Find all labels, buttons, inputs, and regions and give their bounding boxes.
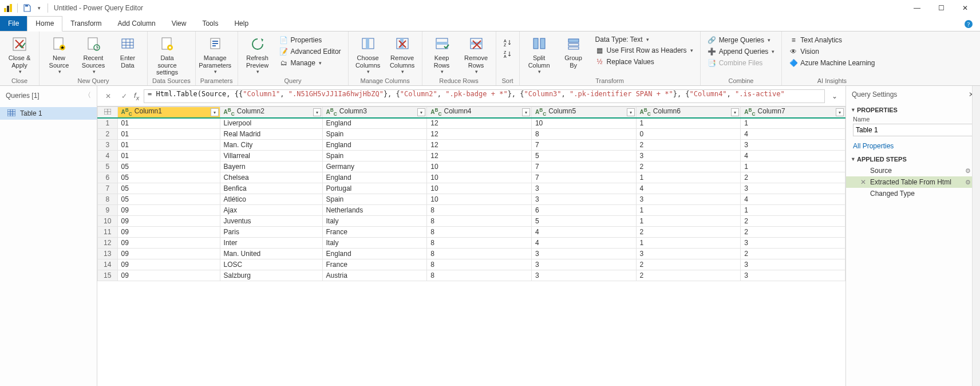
cell[interactable]: France — [322, 259, 427, 270]
cell[interactable]: Netherlands — [322, 205, 427, 216]
table-row[interactable]: 1309Man. UnitedEngland8332 — [98, 249, 845, 259]
cell[interactable]: 8 — [427, 249, 532, 259]
data-source-settings-button[interactable]: Data source settings — [152, 34, 182, 76]
corner-cell[interactable] — [98, 107, 118, 118]
formula-input[interactable]: = Html.Table(Source, {{"Column1", ".N51G… — [144, 89, 825, 103]
cell[interactable]: 2 — [636, 227, 741, 238]
cell[interactable]: 7 — [531, 140, 636, 151]
cell[interactable]: 3 — [741, 140, 845, 151]
cell[interactable]: 12 — [427, 151, 532, 162]
close-button[interactable]: ✕ — [954, 2, 977, 14]
cell[interactable]: 3 — [531, 194, 636, 205]
cell[interactable]: 1 — [636, 216, 741, 227]
cell[interactable]: Atlético — [220, 194, 322, 205]
cell[interactable]: Portugal — [322, 183, 427, 194]
cell[interactable]: 10 — [427, 172, 532, 183]
cell[interactable]: Villarreal — [220, 151, 322, 162]
text-analytics-button[interactable]: ≡Text Analytics — [787, 35, 877, 45]
close-apply-button[interactable]: Close & Apply — [5, 34, 34, 75]
row-number[interactable]: 5 — [98, 162, 118, 172]
cell[interactable]: 1 — [741, 162, 845, 172]
advanced-editor-button[interactable]: 📝Advanced Editor — [277, 46, 343, 57]
cell[interactable]: Spain — [322, 151, 427, 162]
cell[interactable]: Bayern — [220, 162, 322, 172]
cell[interactable]: 1 — [636, 172, 741, 183]
row-number[interactable]: 6 — [98, 172, 118, 183]
cell[interactable]: 3 — [531, 249, 636, 259]
table-row[interactable]: 505BayernGermany10721 — [98, 162, 845, 172]
cell[interactable]: 8 — [531, 129, 636, 140]
cell[interactable]: Germany — [322, 162, 427, 172]
row-number[interactable]: 13 — [98, 249, 118, 259]
cell[interactable]: 8 — [427, 216, 532, 227]
cell[interactable]: 09 — [117, 270, 220, 281]
row-number[interactable]: 7 — [98, 183, 118, 194]
table-row[interactable]: 705BenficaPortugal10343 — [98, 183, 845, 194]
cell[interactable]: Chelsea — [220, 172, 322, 183]
column-header[interactable]: ABCColumn3▾ — [322, 107, 427, 118]
cell[interactable]: Juventus — [220, 216, 322, 227]
cell[interactable]: Inter — [220, 238, 322, 249]
cell[interactable]: 3 — [531, 259, 636, 270]
cell[interactable]: 4 — [531, 227, 636, 238]
cell[interactable]: 8 — [427, 259, 532, 270]
applied-step[interactable]: ✕Extracted Table From Html⚙ — [846, 176, 980, 188]
table-row[interactable]: 1109ParisFrance8422 — [98, 227, 845, 238]
cell[interactable]: 4 — [741, 151, 845, 162]
column-header[interactable]: ABCColumn2▾ — [220, 107, 322, 118]
cell[interactable]: 2 — [636, 140, 741, 151]
cell[interactable]: 3 — [636, 249, 741, 259]
table-row[interactable]: 301Man. CityEngland12723 — [98, 140, 845, 151]
all-properties-link[interactable]: All Properties — [846, 140, 980, 152]
cell[interactable]: 2 — [636, 270, 741, 281]
table-row[interactable]: 1509SalzburgAustria8323 — [98, 270, 845, 281]
tab-help[interactable]: Help — [226, 16, 256, 31]
row-number[interactable]: 9 — [98, 205, 118, 216]
applied-steps-title[interactable]: APPLIED STEPS — [846, 152, 980, 165]
keep-rows-button[interactable]: Keep Rows — [427, 34, 457, 75]
cell[interactable]: 3 — [741, 259, 845, 270]
cell[interactable]: 4 — [741, 129, 845, 140]
append-queries-button[interactable]: ➕Append Queries — [705, 46, 777, 57]
cell[interactable]: 2 — [741, 172, 845, 183]
fx-icon[interactable]: fx — [134, 91, 139, 101]
cell[interactable]: Liverpool — [220, 118, 322, 129]
remove-rows-button[interactable]: Remove Rows — [461, 34, 491, 75]
cell[interactable]: 1 — [636, 205, 741, 216]
row-number[interactable]: 11 — [98, 227, 118, 238]
cell[interactable]: Ajax — [220, 205, 322, 216]
cell[interactable]: 4 — [741, 194, 845, 205]
row-number[interactable]: 8 — [98, 194, 118, 205]
cell[interactable]: 10 — [427, 194, 532, 205]
recent-sources-button[interactable]: Recent Sources — [78, 34, 108, 75]
filter-dropdown-icon[interactable]: ▾ — [417, 108, 425, 116]
cell[interactable]: 12 — [427, 129, 532, 140]
replace-values-button[interactable]: ½Replace Values — [593, 57, 696, 67]
filter-dropdown-icon[interactable]: ▾ — [731, 108, 739, 116]
cell[interactable]: 3 — [531, 270, 636, 281]
cell[interactable]: Real Madrid — [220, 129, 322, 140]
cell[interactable]: 12 — [427, 140, 532, 151]
cell[interactable]: 2 — [741, 216, 845, 227]
cell[interactable]: Paris — [220, 227, 322, 238]
data-grid[interactable]: ABCColumn1▾ABCColumn2▾ABCColumn3▾ABCColu… — [97, 107, 845, 386]
filter-dropdown-icon[interactable]: ▾ — [836, 108, 844, 116]
row-number[interactable]: 14 — [98, 259, 118, 270]
filter-dropdown-icon[interactable]: ▾ — [522, 108, 530, 116]
row-number[interactable]: 12 — [98, 238, 118, 249]
save-icon[interactable] — [22, 3, 31, 13]
split-column-button[interactable]: Split Column — [524, 34, 554, 75]
accept-formula-icon[interactable]: ✓ — [118, 90, 131, 103]
table-row[interactable]: 201Real MadridSpain12804 — [98, 129, 845, 140]
cell[interactable]: 09 — [117, 238, 220, 249]
cell[interactable]: 09 — [117, 259, 220, 270]
new-source-button[interactable]: ★New Source — [44, 34, 74, 75]
cell[interactable]: 2 — [636, 259, 741, 270]
cell[interactable]: Benfica — [220, 183, 322, 194]
table-row[interactable]: 605ChelseaEngland10712 — [98, 172, 845, 183]
first-row-headers-button[interactable]: ▦Use First Row as Headers — [593, 45, 696, 56]
cell[interactable]: 05 — [117, 172, 220, 183]
cell[interactable]: 3 — [741, 238, 845, 249]
filter-dropdown-icon[interactable]: ▾ — [211, 108, 219, 116]
cell[interactable]: 10 — [427, 162, 532, 172]
